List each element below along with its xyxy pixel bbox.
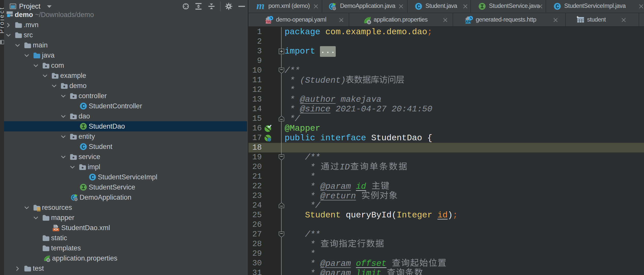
svg-text:C: C [82,144,85,150]
svg-text:c: c [268,139,270,142]
svg-text:C: C [417,3,420,10]
svg-text:<>: <> [54,228,58,232]
svg-text:C: C [91,174,94,181]
svg-text:C: C [556,3,559,10]
svg-text:C: C [82,103,85,110]
svg-text:YML: YML [265,20,272,24]
svg-text:API: API [465,20,471,24]
